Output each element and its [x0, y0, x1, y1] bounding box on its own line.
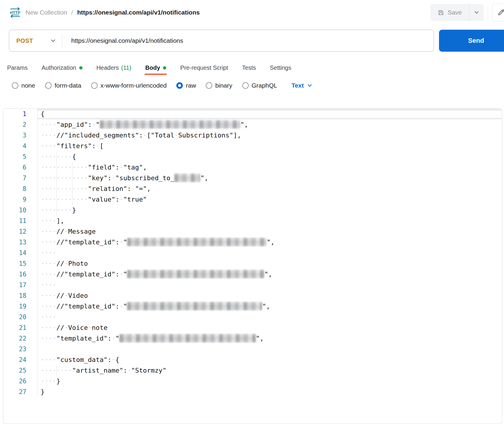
code-text: // — [56, 324, 64, 331]
tab-tests[interactable]: Tests — [242, 60, 256, 75]
green-dot-indicator — [79, 66, 83, 69]
editor-line: 23 — [3, 344, 502, 355]
indent-guide — [72, 183, 72, 194]
breadcrumb-collection[interactable]: New Collection — [26, 9, 67, 16]
code-line[interactable]: ····//"template_id":·"", — [37, 237, 502, 248]
tab-label: Params — [7, 64, 28, 71]
code-line[interactable]: ···· — [37, 312, 502, 322]
whitespace-dots: · — [119, 270, 123, 278]
code-line[interactable]: ············"key":·"subscribed_to_", — [37, 173, 502, 183]
indent-guide — [56, 151, 57, 162]
line-number: 24 — [3, 355, 37, 365]
code-text: " — [123, 303, 127, 310]
code-line[interactable]: ········{ — [37, 151, 502, 162]
format-select[interactable]: Text — [291, 82, 312, 89]
code-text: //"included_segments": — [56, 132, 143, 139]
save-split-button: Save — [430, 4, 484, 21]
breadcrumb-request-title[interactable]: https://onesignal.com/api/v1/notificatio… — [77, 9, 200, 16]
save-options-button[interactable] — [469, 4, 484, 21]
code-line[interactable]: ····//·Photo — [37, 258, 502, 269]
code-line[interactable]: ···· — [37, 280, 502, 290]
line-number: 13 — [3, 237, 37, 248]
body-mode-label: GraphQL — [252, 82, 277, 89]
body-mode-x-www-form-urlencoded[interactable]: x-www-form-urlencoded — [91, 82, 167, 89]
line-number: 14 — [3, 248, 37, 258]
code-line[interactable]: ····//·Voice·note — [37, 322, 502, 333]
tab-label: Tests — [242, 64, 256, 71]
whitespace-dots: · — [111, 174, 115, 182]
save-button[interactable]: Save — [430, 4, 469, 21]
url-input[interactable] — [62, 37, 434, 44]
code-text: "filters": — [56, 142, 96, 150]
tab-body[interactable]: Body — [145, 60, 166, 75]
code-line[interactable]: ············"relation":·"=", — [37, 183, 502, 194]
edit-request-button[interactable] — [492, 3, 504, 22]
whitespace-dots: ···· — [41, 228, 56, 235]
line-number: 10 — [3, 205, 37, 216]
code-line[interactable]: ············"value":·"true" — [37, 194, 502, 205]
code-line[interactable]: ····"custom_data":·{ — [37, 355, 502, 365]
code-line[interactable]: ···· — [37, 248, 502, 258]
code-line[interactable]: ····"template_id":·"", — [37, 333, 502, 344]
tab-settings[interactable]: Settings — [270, 60, 291, 75]
tab-pre-request-script[interactable]: Pre-request Script — [180, 60, 228, 75]
whitespace-dots: · — [119, 238, 123, 246]
radio-selected-icon — [176, 82, 183, 89]
code-line[interactable]: ····"filters":·[ — [37, 141, 502, 151]
line-number: 18 — [3, 290, 37, 301]
editor-line: 17···· — [3, 280, 502, 290]
body-mode-graphql[interactable]: GraphQL — [242, 82, 277, 89]
code-line[interactable]: ····], — [37, 216, 502, 226]
body-mode-binary[interactable]: binary — [206, 82, 232, 89]
chevron-down-icon — [308, 84, 312, 87]
code-text: ", — [200, 174, 208, 182]
code-line[interactable]: ········"artist_name":·"Stormzy" — [37, 365, 502, 376]
code-line[interactable]: ····//"template_id":·"", — [37, 301, 502, 312]
code-text: Message — [68, 228, 96, 235]
code-line[interactable]: ····//·Video — [37, 290, 502, 301]
editor-line: 16····//"template_id":·"", — [3, 269, 502, 280]
redacted-value — [127, 238, 267, 246]
code-line[interactable]: { — [37, 109, 502, 119]
line-number: 15 — [3, 258, 37, 269]
code-line[interactable]: ····//"template_id":·"", — [37, 269, 502, 280]
whitespace-dots: · — [96, 142, 99, 150]
whitespace-dots: ············ — [41, 185, 88, 192]
redacted-value — [119, 334, 256, 342]
indent-guide — [56, 183, 57, 194]
body-mode-raw[interactable]: raw — [176, 82, 196, 89]
editor-line: 21····//·Voice·note — [3, 322, 502, 333]
code-line[interactable]: ············"field":·"tag", — [37, 162, 502, 173]
code-text: } — [56, 377, 60, 385]
code-line[interactable]: ········} — [37, 205, 502, 216]
method-select[interactable]: POST — [9, 37, 62, 44]
tab-authorization[interactable]: Authorization — [42, 60, 83, 75]
radio-icon — [206, 82, 212, 89]
code-line[interactable]: } — [37, 387, 502, 397]
format-label: Text — [291, 82, 304, 89]
code-line[interactable]: ····//"included_segments":·["Total·Subsc… — [37, 130, 502, 141]
editor-line: 5········{ — [3, 151, 502, 162]
code-line[interactable]: ····"app_id":·"", — [37, 119, 502, 130]
body-mode-form-data[interactable]: form-data — [45, 82, 81, 89]
editor-line: 12····//·Message — [3, 226, 502, 237]
tab-headers[interactable]: Headers(11) — [96, 60, 131, 75]
code-line[interactable]: ····//·Message — [37, 226, 502, 237]
code-line[interactable]: ····} — [37, 376, 502, 387]
editor-line: 22····"template_id":·"", — [3, 333, 502, 344]
radio-icon — [12, 82, 18, 89]
whitespace-dots: · — [119, 303, 123, 310]
code-text: { — [115, 356, 119, 363]
code-line[interactable] — [37, 344, 502, 355]
tab-params[interactable]: Params — [7, 60, 28, 75]
editor-line: 3····//"included_segments":·["Total·Subs… — [3, 130, 502, 141]
code-text: " — [115, 335, 119, 342]
chevron-down-icon — [51, 39, 56, 42]
line-number: 9 — [3, 194, 37, 205]
whitespace-dots: ···· — [41, 303, 56, 310]
code-text: "true" — [123, 196, 147, 203]
send-button[interactable]: Send — [439, 30, 504, 52]
editor-line: 25········"artist_name":·"Stormzy" — [3, 365, 502, 376]
code-text: "template_id": — [56, 335, 111, 342]
body-mode-none[interactable]: none — [12, 82, 35, 89]
